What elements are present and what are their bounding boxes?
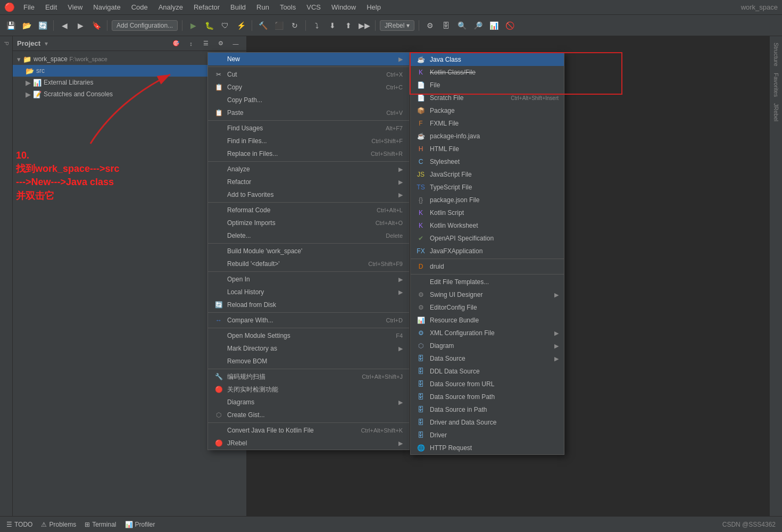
submenu-item-diagram[interactable]: ⬡ Diagram ▶ (411, 339, 564, 352)
ctx-item-analyze[interactable]: Analyze ▶ (208, 163, 409, 176)
settings-proj-button[interactable]: ⚙ (214, 37, 227, 50)
menu-refactor[interactable]: Refactor (189, 2, 224, 12)
submenu-item-ts[interactable]: TS TypeScript File (411, 181, 564, 194)
ctx-item-find-usages[interactable]: Find Usages Alt+F7 (208, 122, 409, 135)
submenu-item-http-request[interactable]: 🌐 HTTP Request (411, 442, 564, 454)
menu-file[interactable]: File (19, 2, 39, 12)
sync-button[interactable]: 🔄 (36, 19, 49, 32)
ctx-item-convert-kotlin[interactable]: Convert Java File to Kotlin File Ctrl+Al… (208, 424, 409, 437)
menu-window[interactable]: Window (327, 2, 360, 12)
step-over-button[interactable]: ⤵ (310, 19, 323, 32)
profile-button[interactable]: ⚡ (235, 19, 247, 32)
submenu-item-scratch-file[interactable]: 📄 Scratch File Ctrl+Alt+Shift+Insert (411, 92, 564, 104)
ctx-item-reload-disk[interactable]: 🔄 Reload from Disk (208, 298, 409, 311)
ctx-item-open-in[interactable]: Open In ▶ (208, 273, 409, 286)
sidebar-item-jrebel[interactable]: JRebel (772, 101, 780, 123)
submenu-item-package-info[interactable]: ☕ package-info.java (411, 130, 564, 143)
submenu-item-data-source-in-path[interactable]: 🗄 Data Source in Path (411, 403, 564, 416)
submenu-item-xml-config[interactable]: ⚙ XML Configuration File ▶ (411, 327, 564, 339)
ctx-item-bianzhi[interactable]: 🔧 编码规约扫描 Ctrl+Alt+Shift+J (208, 370, 409, 383)
save-button[interactable]: 💾 (4, 19, 17, 32)
minimize-panel-button[interactable]: — (229, 37, 242, 50)
ctx-item-jrebel[interactable]: 🔴 JRebel ▶ (208, 437, 409, 450)
step-into-button[interactable]: ⬇ (326, 19, 339, 32)
ctx-item-delete[interactable]: Delete... Delete (208, 229, 409, 242)
submenu-item-data-source-path[interactable]: 🗄 Data Source from Path (411, 390, 564, 403)
menu-run[interactable]: Run (252, 2, 273, 12)
submenu-item-ddl-data-source[interactable]: 🗄 DDL Data Source (411, 365, 564, 378)
back-button[interactable]: ◀ (58, 19, 71, 32)
submenu-item-swing[interactable]: ⚙ Swing UI Designer ▶ (411, 288, 564, 301)
submenu-item-html[interactable]: H HTML File (411, 143, 564, 155)
submenu-item-kotlin-worksheet[interactable]: K Kotlin Worksheet (411, 219, 564, 232)
menu-view[interactable]: View (63, 2, 87, 12)
sidebar-item-structure[interactable]: Structure (772, 40, 780, 69)
settings-button[interactable]: ⚙ (423, 19, 436, 32)
ctx-item-local-history[interactable]: Local History ▶ (208, 286, 409, 298)
ctx-item-paste[interactable]: 📋 Paste Ctrl+V (208, 106, 409, 119)
menu-help[interactable]: Help (362, 2, 385, 12)
ctx-item-guanbi[interactable]: 🔴 关闭实时检测功能 (208, 383, 409, 396)
ctx-item-rebuild[interactable]: Rebuild '<default>' Ctrl+Shift+F9 (208, 257, 409, 270)
menu-edit[interactable]: Edit (41, 2, 61, 12)
submenu-item-data-source[interactable]: 🗄 Data Source ▶ (411, 352, 564, 365)
ctx-item-build-module[interactable]: Build Module 'work_space' (208, 245, 409, 257)
submenu-item-kotlin-script[interactable]: K Kotlin Script (411, 206, 564, 219)
bottom-profiler[interactable]: 📊 Profiler (125, 521, 155, 528)
run-button[interactable]: ▶ (187, 19, 199, 32)
project-gutter-icon[interactable]: P (1, 38, 12, 49)
submenu-item-stylesheet[interactable]: C Stylesheet (411, 155, 564, 168)
clear-button[interactable]: 🚫 (503, 19, 516, 32)
database-button[interactable]: 🗄 (439, 19, 452, 32)
ctx-item-new[interactable]: New ▶ (208, 53, 409, 65)
menu-code[interactable]: Code (127, 2, 152, 12)
ctx-item-mark-directory[interactable]: Mark Directory as ▶ (208, 342, 409, 355)
save-all-button[interactable]: 📂 (20, 19, 33, 32)
submenu-item-driver-data-source[interactable]: 🗄 Driver and Data Source (411, 416, 564, 429)
jrebel-dropdown[interactable]: JRebel ▾ (380, 20, 414, 31)
menu-navigate[interactable]: Navigate (89, 2, 124, 12)
submenu-item-file[interactable]: 📄 File (411, 79, 564, 92)
submenu-item-kotlin-class[interactable]: K Kotlin Class/File (411, 66, 564, 79)
submenu-item-data-source-url[interactable]: 🗄 Data Source from URL (411, 378, 564, 390)
bookmark-button[interactable]: 🔖 (90, 19, 103, 32)
ctx-item-copy[interactable]: 📋 Copy Ctrl+C (208, 81, 409, 94)
ctx-item-copy-path[interactable]: Copy Path... (208, 94, 409, 106)
submenu-item-driver[interactable]: 🗄 Driver (411, 429, 564, 442)
ctx-item-replace-in-files[interactable]: Replace in Files... Ctrl+Shift+R (208, 147, 409, 160)
ctx-item-cut[interactable]: ✂ Cut Ctrl+X (208, 68, 409, 81)
ctx-item-open-module-settings[interactable]: Open Module Settings F4 (208, 329, 409, 342)
bottom-terminal[interactable]: ⊞ Terminal (85, 521, 116, 528)
ctx-item-add-favorites[interactable]: Add to Favorites ▶ (208, 188, 409, 201)
sidebar-item-favorites[interactable]: Favorites (772, 71, 780, 99)
run-config-dropdown[interactable]: Add Configuration... (112, 20, 178, 31)
submenu-item-javafx[interactable]: FX JavaFXApplication (411, 245, 564, 257)
ctx-item-compare-with[interactable]: ↔ Compare With... Ctrl+D (208, 314, 409, 327)
bottom-problems[interactable]: ⚠ Problems (41, 521, 76, 528)
debug-button[interactable]: 🐛 (203, 19, 215, 32)
ctx-item-create-gist[interactable]: ⬡ Create Gist... (208, 409, 409, 421)
submenu-item-openapi[interactable]: ✔ OpenAPI Specification (411, 232, 564, 245)
build-button[interactable]: 🔨 (256, 19, 269, 32)
resume-button[interactable]: ▶▶ (358, 19, 371, 32)
stop-button[interactable]: ⬛ (272, 19, 285, 32)
submenu-item-edit-templates[interactable]: Edit File Templates... (411, 276, 564, 288)
search-button[interactable]: 🔍 (455, 19, 468, 32)
rerun-button[interactable]: ↻ (288, 19, 301, 32)
locate-button[interactable]: 🎯 (170, 37, 182, 50)
step-out-button[interactable]: ⬆ (342, 19, 355, 32)
submenu-item-java-class[interactable]: ☕ Java Class (411, 53, 564, 66)
ctx-item-refactor[interactable]: Refactor ▶ (208, 176, 409, 188)
compact-button[interactable]: ☰ (199, 37, 212, 50)
submenu-item-package-json[interactable]: {} package.json File (411, 194, 564, 206)
submenu-item-js[interactable]: JS JavaScript File (411, 168, 564, 181)
menu-vcs[interactable]: VCS (302, 2, 325, 12)
bottom-todo[interactable]: ☰ TODO (6, 521, 32, 528)
coverage-button[interactable]: 🛡 (219, 19, 231, 32)
ctx-item-reformat[interactable]: Reformat Code Ctrl+Alt+L (208, 204, 409, 217)
ctx-item-find-in-files[interactable]: Find in Files... Ctrl+Shift+F (208, 135, 409, 147)
forward-button[interactable]: ▶ (74, 19, 87, 32)
ctx-item-remove-bom[interactable]: Remove BOM (208, 355, 409, 368)
sort-button[interactable]: ↕ (185, 37, 197, 50)
submenu-item-druid[interactable]: D druid (411, 260, 564, 273)
